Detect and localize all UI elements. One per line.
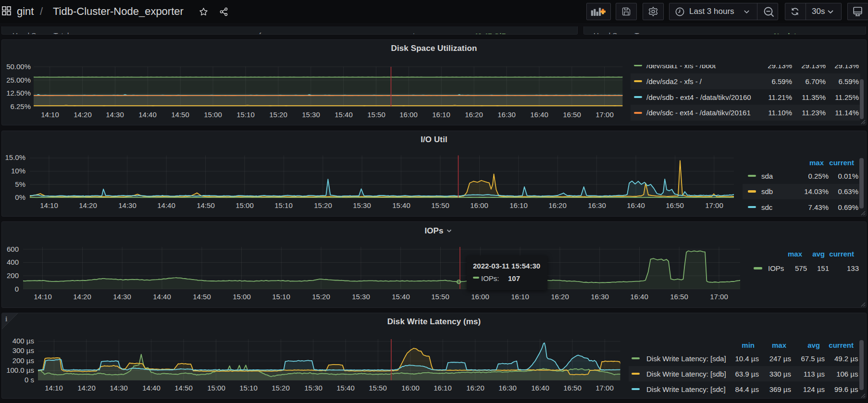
svg-text:i: i [5,315,7,323]
